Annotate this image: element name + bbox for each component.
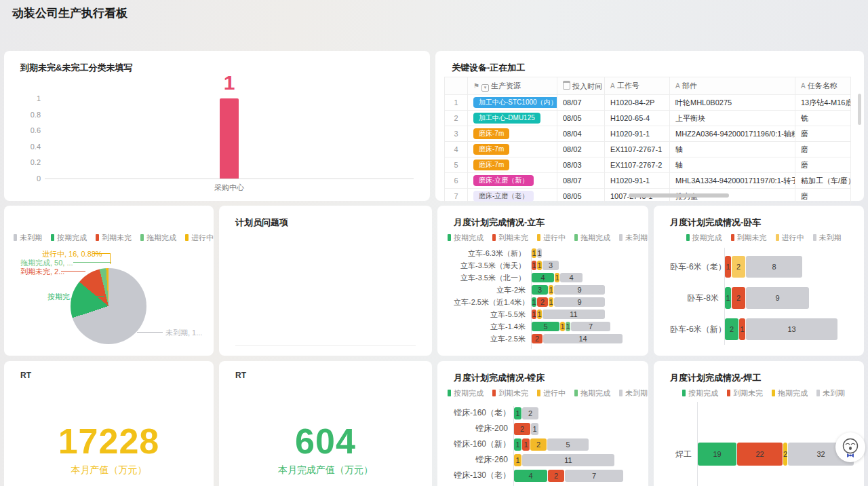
bar <box>220 98 239 179</box>
y-axis-tick-label: 0 <box>20 174 41 183</box>
bar-segment: 2 <box>732 287 745 309</box>
column-header: ⚑▾生产资源 <box>468 77 557 95</box>
legend-label: 未到期 <box>625 389 648 397</box>
legend-label: 未到期 <box>823 389 845 397</box>
legend-label: 按期完成 <box>57 233 87 242</box>
bar-segment: 8 <box>746 256 802 278</box>
table-row[interactable]: 2加工中心-DMU12508/05H1020-65-4上平衡块铣 <box>445 111 851 126</box>
legend-item[interactable]: 按期完成 <box>51 233 87 243</box>
legend-item[interactable]: 到期未完 <box>492 388 528 398</box>
legend-marker-icon <box>492 390 496 396</box>
bar-segment: 2 <box>732 256 745 278</box>
column-header: A任务名称 <box>795 77 851 95</box>
row-number: 7 <box>445 189 468 204</box>
legend-item[interactable]: 到期未完 <box>731 233 767 243</box>
assistant-mascot-button[interactable] <box>835 432 865 462</box>
legend-item[interactable]: 进行中 <box>776 233 804 243</box>
vertical-scrollbar[interactable] <box>858 94 861 125</box>
pie-chart-circle <box>71 268 146 344</box>
legend-item[interactable]: 进行中 <box>537 388 566 398</box>
y-axis-tick-label: 0.8 <box>20 111 41 119</box>
category-label: 镗床-130（老） <box>454 470 513 481</box>
legend-item[interactable]: 拖期完成 <box>574 233 610 243</box>
legend-item[interactable]: 按期完成 <box>686 233 722 243</box>
legend-item[interactable]: 未到期 <box>816 388 845 398</box>
legend-label: 按期完成 <box>692 233 722 242</box>
panel-title: 月度计划完成情况-卧车 <box>670 217 864 229</box>
legend-item[interactable]: 到期未完 <box>492 233 528 243</box>
legend-item[interactable]: 未到期 <box>813 233 842 243</box>
stacked-bar-chart: 按期完成到期未完进行中拖期完成未到期立车-6.3米（新）11立车-3.5米（海天… <box>454 233 642 353</box>
legend-item[interactable]: 进行中 <box>537 233 566 243</box>
legend-label: 进行中 <box>543 233 566 242</box>
legend-item[interactable]: 按期完成 <box>448 233 484 243</box>
legend-label: 按期完成 <box>454 389 484 397</box>
legend-item[interactable]: 未到期 <box>14 233 42 243</box>
legend-label: 到期未完 <box>737 233 767 242</box>
table-row[interactable]: 6磨床-立磨（新）08/07H1020-91-1MHL3A1334-942000… <box>445 173 851 189</box>
bar-segment: 9 <box>554 297 605 307</box>
stacked-bar-chart: 按期完成到期未完进行中拖期完成未到期镗床-160（老）12镗床-20021镗床-… <box>454 388 642 486</box>
bar-row: 卧车-6米（新）2113 <box>670 314 857 345</box>
legend-marker-icon <box>619 234 623 241</box>
bar-segments: 214 <box>531 334 623 343</box>
legend-item[interactable]: 到期未完 <box>96 233 132 243</box>
legend-item[interactable]: 进行中 <box>185 233 214 243</box>
bar-rows: 立车-6.3米（新）11立车-3.5米（海天）113立车-3.5米（北一）414… <box>454 247 642 345</box>
x-axis-category-label: 采购中心 <box>214 183 244 193</box>
bar-row: 立车-2.5米214 <box>454 333 642 345</box>
legend-item[interactable]: 未到期 <box>619 388 648 398</box>
resource-tag: 磨床-7m <box>473 128 509 139</box>
bar-row: 立车-2.5米（近1.4米）1219 <box>454 296 642 308</box>
column-header-label: 投入时间 <box>572 82 602 90</box>
bar-segment: 2 <box>725 318 738 340</box>
resource-cell: 磨床-立磨（新） <box>468 173 557 189</box>
bar-segment: 9 <box>554 285 605 295</box>
table-row[interactable]: 1加工中心-STC1000（内）08/07H1020-84-2P叶轮MHL0B0… <box>445 95 851 111</box>
date-cell: 08/02 <box>557 142 605 157</box>
legend-item[interactable]: 未到期 <box>619 233 648 243</box>
y-axis-line <box>531 250 532 349</box>
panel-title: 月度计划完成情况-镗床 <box>454 372 648 384</box>
work-no-cell: H1020-91-1 <box>605 173 670 189</box>
bar-segments: 319 <box>531 285 606 295</box>
panel-title: 关键设备-正在加工 <box>452 62 864 74</box>
legend-label: 到期未完 <box>498 389 528 397</box>
table-row[interactable]: 5磨床-7m08/03EX1107-2767-2轴磨 <box>445 157 851 173</box>
flag-icon: ⚑ <box>473 82 479 90</box>
date-cell: 08/07 <box>557 173 605 189</box>
bar-segments: 12 <box>513 407 539 419</box>
legend-marker-icon <box>51 234 54 241</box>
panel-monthly-plan-horizontal-lathe: 月度计划完成情况-卧车 按期完成到期未完进行中未到期卧车-6米（老）128卧车-… <box>654 206 864 356</box>
date-cell: 08/07 <box>557 95 605 111</box>
y-axis-line <box>724 248 725 345</box>
pie-callout-line <box>61 271 85 272</box>
legend-item[interactable]: 拖期完成 <box>140 233 176 243</box>
legend-label: 进行中 <box>191 233 214 242</box>
legend-item[interactable]: 按期完成 <box>448 388 484 398</box>
horizontal-scrollbar[interactable] <box>629 193 729 198</box>
row-number: 2 <box>445 111 468 126</box>
bar-segment: 1 <box>514 454 521 466</box>
panel-title: 计划员问题项 <box>235 217 432 229</box>
text-type-icon: A <box>675 82 680 90</box>
bar-row: 立车-1.4米5117 <box>454 320 642 333</box>
legend-item[interactable]: 到期未完 <box>727 388 763 398</box>
bar-segment: 11 <box>542 310 605 319</box>
bar-row: 卧车-6米（老）128 <box>670 251 857 282</box>
stacked-bar-chart: 按期完成到期未完进行中未到期卧车-6米（老）128卧车-8米129卧车-6米（新… <box>670 233 857 353</box>
legend-item[interactable]: 拖期完成 <box>772 388 808 398</box>
legend-item[interactable]: 拖期完成 <box>574 388 610 398</box>
table-row[interactable]: 3磨床-7m08/04H1020-91-1MHZ2A0364-942000171… <box>445 126 851 142</box>
legend-label: 拖期完成 <box>146 233 176 242</box>
table-header: ⚑▾生产资源投入时间A工作号A部件A任务名称 <box>445 77 851 95</box>
work-no-cell: H1020-84-2P <box>605 95 670 111</box>
work-no-cell: EX1107-2767-2 <box>605 157 670 173</box>
table-row[interactable]: 4磨床-7m08/02EX1107-2767-1轴磨 <box>445 142 851 157</box>
legend-item[interactable]: 按期完成 <box>682 388 718 398</box>
bar-row: 卧车-8米129 <box>670 282 857 314</box>
legend-marker-icon <box>686 234 690 241</box>
y-axis-line <box>697 402 698 486</box>
legend-label: 未到期 <box>819 233 842 242</box>
bar-segment: 1 <box>560 322 565 331</box>
